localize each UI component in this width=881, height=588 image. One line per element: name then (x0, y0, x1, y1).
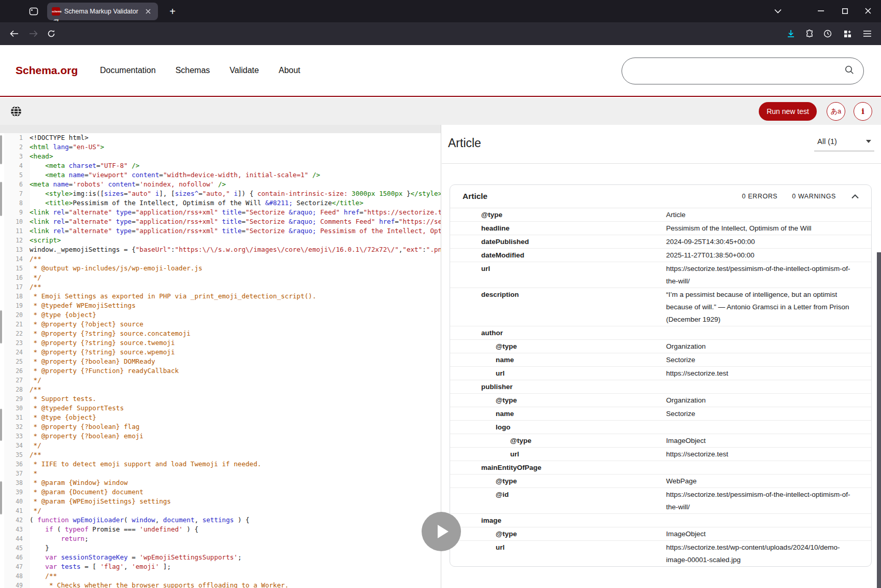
search-icon[interactable] (845, 65, 854, 77)
chevron-up-icon[interactable] (851, 194, 859, 199)
code-text: * @typedef WPEmojiSettings (30, 302, 136, 309)
shortcuts-grid-icon[interactable] (840, 26, 855, 41)
code-text: * Checks whether the browser supports of… (30, 581, 288, 588)
property-value: Organization (666, 394, 859, 407)
property-row: nameSectorize (450, 407, 871, 421)
nav-item-documentation[interactable]: Documentation (100, 66, 156, 75)
extensions-icon[interactable] (802, 26, 817, 41)
reload-icon[interactable] (44, 26, 59, 41)
property-value: https://sectorize.test (666, 367, 859, 380)
firefox-view-icon[interactable] (27, 5, 40, 18)
line-number: 32 (0, 422, 23, 432)
code-text: } (30, 544, 49, 552)
property-row: @typeImageObject (450, 434, 871, 448)
forward-icon[interactable] (25, 26, 41, 41)
property-label: url (450, 448, 519, 461)
property-row: headlinePessimism of the Intellect, Opti… (450, 222, 871, 235)
code-text: if ( typeof Promise === 'undefined' ) { (30, 525, 198, 533)
search-input[interactable] (633, 67, 845, 76)
line-number: 34 (0, 441, 23, 450)
line-number: 17 (0, 282, 23, 292)
line-number: 6 (0, 180, 23, 189)
browser-tab[interactable]: schema .org Schema Markup Validator (47, 3, 158, 20)
nav-item-validate[interactable]: Validate (229, 66, 259, 75)
code-line: 20 * @type {object} (0, 310, 441, 320)
browser-toolbar: validator.schema.org/?hl=en-US (0, 22, 881, 45)
language-button[interactable]: あa (827, 102, 845, 121)
code-line: 18 * Emoji Settings as exported in PHP v… (0, 292, 441, 301)
close-window-button[interactable] (859, 3, 877, 19)
property-row: urlhttps://sectorize.test (450, 448, 871, 461)
line-number: 35 (0, 450, 23, 460)
results-divider (442, 163, 881, 164)
site-nav: DocumentationSchemasValidateAbout (100, 66, 300, 75)
property-label: @type (450, 340, 517, 353)
code-text: var tests = [ 'flag', 'emoji' ]; (30, 563, 171, 570)
code-line: 44 return; (0, 534, 441, 543)
property-row: publisher (450, 380, 871, 394)
main-content: 1<!DOCTYPE html>2<html lang="en-US">3<he… (0, 125, 881, 588)
search-box[interactable] (622, 58, 864, 84)
line-number: 3 (0, 152, 23, 161)
history-clock-icon[interactable] (820, 26, 835, 41)
code-line: 35/** (0, 450, 441, 460)
property-label: mainEntityOfPage (450, 462, 541, 474)
code-line: 26 * @property {?Function} readyCallback (0, 366, 441, 376)
code-text: * @property {?string} source.concatemoji (30, 329, 191, 337)
run-new-test-button[interactable]: Run new test (759, 102, 817, 121)
property-value: ImageObject (666, 435, 859, 447)
page-scrollbar[interactable] (877, 252, 881, 588)
code-text: ( function wpEmojiLoader( window, docume… (30, 516, 250, 524)
entity-card-header[interactable]: Article 0 ERRORS 0 WARNINGS (450, 185, 871, 208)
code-text: var sessionStorageKey = 'wpEmojiSettings… (30, 553, 241, 561)
property-value: Pessimism of the Intellect, Optimism of … (666, 222, 859, 235)
line-number: 26 (0, 366, 23, 376)
warnings-count: 0 WARNINGS (792, 193, 836, 200)
property-row: @idhttps://sectorize.test/pessimism-of-t… (450, 488, 871, 514)
list-tabs-icon[interactable] (769, 3, 787, 19)
code-text: <meta charset="UTF-8" /> (30, 162, 139, 169)
minimize-button[interactable] (812, 3, 830, 19)
line-number: 19 (0, 301, 23, 310)
code-line: 25 * @property {?boolean} DOMReady (0, 357, 441, 366)
line-number: 49 (0, 581, 23, 588)
code-line: 47 var tests = [ 'flag', 'emoji' ]; (0, 562, 441, 571)
downloads-icon[interactable] (783, 26, 799, 41)
line-number: 18 (0, 292, 23, 301)
line-number: 8 (0, 198, 23, 208)
fetch-url-globe-icon[interactable] (9, 105, 23, 118)
property-row: @typeImageObject (450, 527, 871, 541)
schema-org-logo[interactable]: Schema.org (16, 64, 78, 77)
code-editor-panel[interactable]: 1<!DOCTYPE html>2<html lang="en-US">3<he… (0, 125, 441, 588)
code-text: * @property {?Function} readyCallback (30, 367, 179, 375)
code-line: 48 /** (0, 571, 441, 581)
line-number: 12 (0, 236, 23, 245)
nav-item-schemas[interactable]: Schemas (176, 66, 210, 75)
entity-filter-dropdown[interactable]: All (1) (814, 135, 874, 151)
code-text: * Emoji Settings as exported in PHP via … (30, 292, 316, 300)
code-line: 30 * @typedef SupportTests (0, 404, 441, 413)
nav-item-about[interactable]: About (279, 66, 300, 75)
chevron-down-icon (866, 140, 871, 143)
property-row: @typeOrganization (450, 394, 871, 407)
property-value: https://sectorize.test/pessimism-of-the-… (666, 263, 859, 288)
tab-close-icon[interactable] (143, 6, 153, 17)
property-label: author (450, 327, 503, 339)
expand-panel-button[interactable] (422, 512, 461, 551)
code-line: 23 * @property {?string} source.twemoji (0, 338, 441, 348)
code-text: <link rel="alternate" type="application/… (30, 208, 441, 216)
menu-hamburger-icon[interactable] (859, 26, 875, 41)
property-row: urlhttps://sectorize.test (450, 367, 871, 380)
line-number: 42 (0, 515, 23, 525)
code-text: */ (30, 274, 41, 281)
property-table: @typeArticleheadlinePessimism of the Int… (450, 208, 871, 566)
code-lines: 1<!DOCTYPE html>2<html lang="en-US">3<he… (0, 133, 441, 588)
code-text: <html lang="en-US"> (30, 143, 104, 151)
info-button[interactable]: i (854, 102, 872, 121)
code-line: 12<script> (0, 236, 441, 245)
back-icon[interactable] (6, 26, 22, 41)
code-text: */ (30, 441, 41, 449)
maximize-button[interactable] (836, 3, 854, 19)
property-value (666, 462, 859, 474)
new-tab-button[interactable]: + (165, 4, 180, 19)
